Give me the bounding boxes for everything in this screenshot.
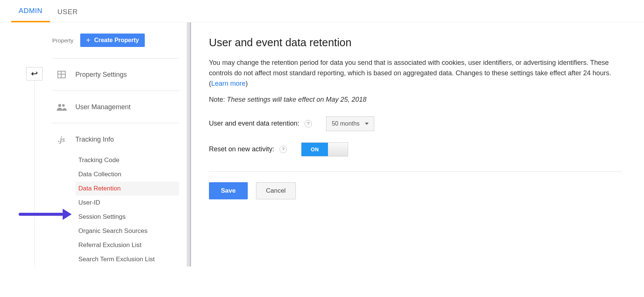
arrow-right-icon — [63, 209, 72, 220]
sub-item-data-retention[interactable]: Data Retention — [75, 181, 179, 196]
description-text: You may change the retention period for … — [209, 58, 622, 89]
page-title: User and event data retention — [209, 37, 622, 49]
main-content: User and event data retention You may ch… — [191, 22, 644, 266]
js-icon: .js — [56, 135, 67, 144]
help-icon[interactable]: ? — [279, 146, 287, 153]
sub-item-organic-search[interactable]: Organic Search Sources — [78, 224, 179, 238]
toggle-handle — [328, 143, 348, 156]
sub-item-data-collection[interactable]: Data Collection — [78, 167, 179, 181]
back-button[interactable]: ↩ — [26, 67, 43, 80]
plus-icon: + — [86, 37, 91, 44]
sub-item-user-id[interactable]: User-ID — [78, 196, 179, 210]
tab-user[interactable]: USER — [50, 8, 85, 22]
sidebar-item-label: Tracking Info — [75, 136, 114, 143]
annotation-arrow — [19, 212, 71, 217]
sub-item-tracking-code[interactable]: Tracking Code — [78, 153, 179, 167]
svg-point-1 — [62, 104, 65, 107]
save-button[interactable]: Save — [209, 182, 248, 199]
reset-label: Reset on new activity: — [209, 145, 274, 153]
back-arrow-icon: ↩ — [31, 69, 38, 79]
retention-value: 50 months — [332, 120, 360, 127]
top-tabs: ADMIN USER — [0, 0, 644, 22]
sidebar-item-label: Property Settings — [75, 71, 127, 79]
sidebar-item-property-settings[interactable]: Property Settings — [52, 61, 179, 88]
vertical-scrollbar[interactable] — [187, 22, 191, 266]
layout-icon — [56, 70, 67, 79]
svg-point-0 — [58, 104, 61, 107]
retention-dropdown[interactable]: 50 months — [326, 116, 374, 131]
vertical-line — [34, 80, 35, 266]
cancel-button[interactable]: Cancel — [256, 182, 296, 199]
sidebar-item-tracking-info[interactable]: .js Tracking Info — [52, 126, 179, 153]
create-property-label: Create Property — [94, 37, 139, 44]
sub-item-referral-exclusion[interactable]: Referral Exclusion List — [78, 238, 179, 252]
reset-toggle[interactable]: ON — [301, 142, 348, 157]
caret-down-icon — [365, 123, 369, 125]
property-label: Property — [52, 37, 74, 44]
create-property-button[interactable]: + Create Property — [80, 34, 145, 47]
tab-admin[interactable]: ADMIN — [11, 7, 50, 22]
toggle-on-label: ON — [301, 143, 328, 156]
learn-more-link[interactable]: Learn more — [211, 80, 246, 87]
retention-label: User and event data retention: — [209, 120, 299, 127]
sub-item-search-term-exclusion[interactable]: Search Term Exclusion List — [78, 252, 179, 266]
note-text: Note: These settings will take effect on… — [209, 96, 622, 104]
sidebar-item-label: User Management — [75, 103, 131, 111]
sidebar-item-user-management[interactable]: User Management — [52, 93, 179, 121]
help-icon[interactable]: ? — [304, 120, 312, 127]
users-icon — [56, 102, 67, 112]
sidebar: Property + Create Property ↩ Property Se… — [0, 22, 187, 266]
sub-item-session-settings[interactable]: Session Settings — [78, 210, 179, 224]
